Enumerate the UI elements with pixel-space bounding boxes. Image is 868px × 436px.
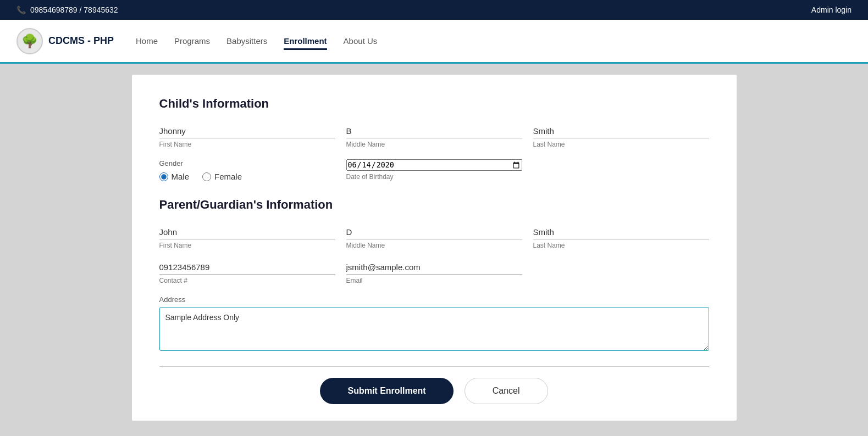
gender-label: Gender (159, 159, 335, 167)
child-middle-name-field: Middle Name (346, 124, 522, 148)
dob-col: Date of Birthday (346, 159, 522, 181)
gender-male-label: Male (172, 172, 190, 181)
child-last-name-label: Last Name (533, 141, 709, 148)
dob-input[interactable] (346, 159, 522, 171)
child-middle-name-input[interactable] (346, 124, 522, 138)
parent-last-name-input[interactable] (533, 225, 709, 239)
parent-last-name-label: Last Name (533, 242, 709, 249)
child-name-row: First Name Middle Name Last Name (159, 124, 709, 148)
email-field: Email (346, 260, 522, 284)
child-first-name-field: First Name (159, 124, 335, 148)
address-textarea[interactable]: Sample Address Only (159, 307, 709, 351)
gender-dob-row: Gender Male Female Da (159, 159, 709, 187)
dob-label: Date of Birthday (346, 173, 522, 181)
nav-link-about[interactable]: About Us (344, 33, 378, 48)
gender-male-option[interactable]: Male (159, 172, 190, 181)
parent-middle-name-field: Middle Name (346, 225, 522, 249)
contact-field: Contact # (159, 260, 335, 284)
gender-options: Male Female (159, 172, 335, 181)
nav-link-programs[interactable]: Programs (174, 33, 210, 48)
top-bar: 09854698789 / 78945632 Admin login (0, 0, 868, 20)
cancel-button[interactable]: Cancel (465, 378, 548, 404)
email-label: Email (346, 277, 522, 284)
nav-links: Home Programs Babysitters Enrollment Abo… (136, 36, 377, 46)
child-last-name-input[interactable] (533, 124, 709, 138)
bottom-divider (159, 366, 709, 367)
contact-input[interactable] (159, 260, 335, 275)
gender-female-label: Female (214, 172, 242, 181)
nav-link-babysitters[interactable]: Babysitters (226, 33, 267, 48)
admin-login-link[interactable]: Admin login (811, 5, 852, 14)
nav-link-home[interactable]: Home (136, 33, 158, 48)
logo-icon: 🌳 (21, 33, 38, 49)
gender-male-radio[interactable] (159, 172, 168, 181)
parent-middle-name-input[interactable] (346, 225, 522, 239)
child-last-name-field: Last Name (533, 124, 709, 148)
submit-button[interactable]: Submit Enrollment (320, 378, 453, 404)
gender-female-radio[interactable] (202, 172, 211, 181)
email-input[interactable] (346, 260, 522, 275)
address-label: Address (159, 295, 709, 304)
parent-section-title: Parent/Guardian's Information (159, 198, 709, 212)
child-section-title: Child's Information (159, 97, 709, 111)
nav-item-home[interactable]: Home (136, 36, 158, 46)
child-first-name-input[interactable] (159, 124, 335, 138)
contact-email-row: Contact # Email (159, 260, 709, 284)
brand-name: CDCMS - PHP (48, 35, 114, 47)
nav-link-enrollment[interactable]: Enrollment (284, 33, 327, 50)
child-first-name-label: First Name (159, 141, 335, 148)
parent-first-name-input[interactable] (159, 225, 335, 239)
parent-name-row: First Name Middle Name Last Name (159, 225, 709, 249)
nav-item-enrollment[interactable]: Enrollment (284, 36, 327, 46)
brand: 🌳 CDCMS - PHP (16, 28, 114, 54)
form-container: Child's Information First Name Middle Na… (132, 75, 737, 421)
address-section: Address Sample Address Only (159, 295, 709, 353)
navbar: 🌳 CDCMS - PHP Home Programs Babysitters … (0, 20, 868, 64)
main-content: Child's Information First Name Middle Na… (0, 64, 868, 432)
phone-number: 09854698789 / 78945632 (16, 5, 118, 14)
parent-last-name-field: Last Name (533, 225, 709, 249)
nav-item-babysitters[interactable]: Babysitters (226, 36, 267, 46)
nav-item-about[interactable]: About Us (344, 36, 378, 46)
button-row: Submit Enrollment Cancel (159, 378, 709, 404)
nav-item-programs[interactable]: Programs (174, 36, 210, 46)
empty-col-2 (533, 260, 709, 284)
gender-col: Gender Male Female (159, 159, 335, 187)
logo: 🌳 (16, 28, 43, 54)
child-middle-name-label: Middle Name (346, 141, 522, 148)
gender-female-option[interactable]: Female (202, 172, 242, 181)
parent-first-name-label: First Name (159, 242, 335, 249)
parent-first-name-field: First Name (159, 225, 335, 249)
contact-label: Contact # (159, 277, 335, 284)
parent-middle-name-label: Middle Name (346, 242, 522, 249)
phone-text: 09854698789 / 78945632 (30, 5, 118, 14)
gender-section: Gender Male Female (159, 159, 335, 181)
